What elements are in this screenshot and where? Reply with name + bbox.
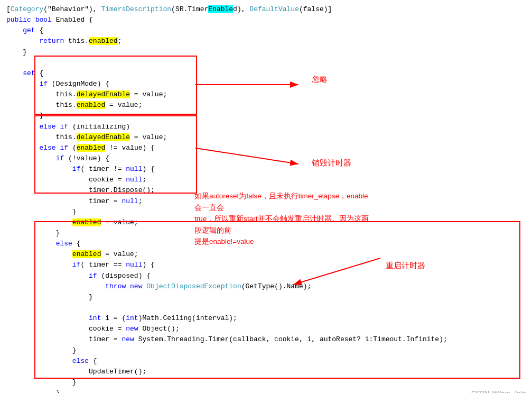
code-line-30: int i = (int)Math.Ceiling(interval); — [6, 313, 526, 324]
code-line-33: } — [6, 345, 526, 356]
code-line-16: if( timer != null) { — [6, 164, 526, 175]
code-line-34: else { — [6, 356, 526, 367]
code-line-27: throw new ObjectDisposedException(GetTyp… — [6, 281, 526, 292]
code-line-29 — [6, 303, 526, 313]
code-line-35: UpdateTimer(); — [6, 367, 526, 377]
code-line-3: get { — [6, 25, 526, 36]
csdn-watermark: CSDN @Your_Julia — [471, 389, 527, 393]
code-line-7: set { — [6, 68, 526, 79]
code-line-12: else if (initializing) — [6, 122, 526, 132]
code-line-17: cookie = null; — [6, 175, 526, 185]
code-line-25: if( timer == null) { — [6, 260, 526, 270]
code-line-28: } — [6, 292, 526, 303]
annotation-restart: 重启计时器 — [386, 259, 425, 271]
code-line-4: return this.enabled; — [6, 36, 526, 47]
annotation-ignore: 忽略 — [312, 73, 328, 85]
code-line-11: } — [6, 111, 526, 121]
code-line-13: this.delayedEnable = value; — [6, 132, 526, 143]
code-line-6 — [6, 58, 526, 68]
code-line-31: cookie = new Object(); — [6, 324, 526, 334]
code-line-14: else if (enabled != value) { — [6, 143, 526, 153]
code-line-37: } — [6, 388, 526, 393]
code-line-36: } — [6, 377, 526, 388]
code-area: [Category("Behavior"), TimersDescription… — [0, 0, 532, 393]
code-line-32: timer = new System.Threading.Timer(callb… — [6, 334, 526, 345]
code-line-5: } — [6, 47, 526, 58]
annotation-explanation: 如果autoreset为false，且未执行timer_elapse，enabl… — [194, 190, 374, 248]
code-line-26: if (disposed) { — [6, 271, 526, 281]
code-line-8: if (DesignMode) { — [6, 79, 526, 89]
code-line-1: [Category("Behavior"), TimersDescription… — [6, 4, 526, 15]
code-line-15: if (!value) { — [6, 153, 526, 164]
annotation-destroy: 销毁计时器 — [312, 157, 351, 169]
code-line-9: this.delayedEnable = value; — [6, 89, 526, 100]
code-line-2: public bool Enabled { — [6, 15, 526, 25]
code-line-10: this.enabled = value; — [6, 100, 526, 111]
code-line-24: enabled = value; — [6, 249, 526, 260]
